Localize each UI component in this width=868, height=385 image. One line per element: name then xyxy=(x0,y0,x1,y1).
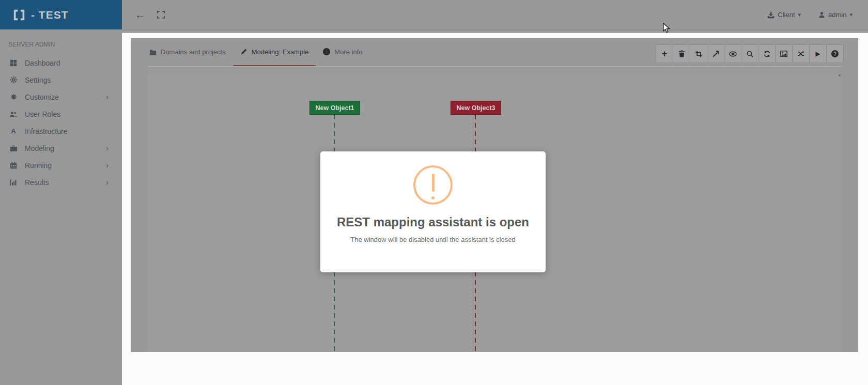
warning-icon xyxy=(413,165,453,205)
modal-title: REST mapping assistant is open xyxy=(320,215,546,229)
mouse-cursor xyxy=(663,23,671,34)
modal-message: The window will be disabled until the as… xyxy=(320,236,546,243)
warning-modal: REST mapping assistant is open The windo… xyxy=(320,151,546,272)
